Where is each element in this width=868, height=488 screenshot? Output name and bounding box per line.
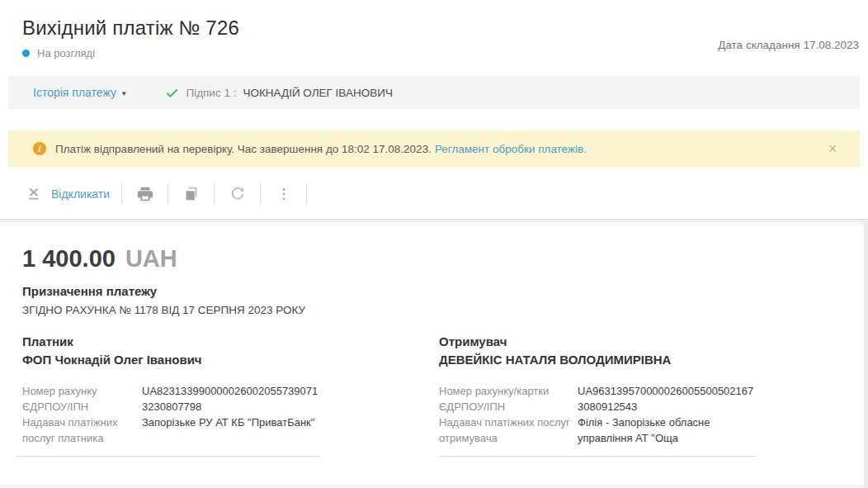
payer-bank-name: Запорізьке РУ АТ КБ "ПриватБанк" xyxy=(142,415,340,446)
refresh-button[interactable] xyxy=(215,180,260,208)
payer-section: Платник ФОП Чокнадій Олег Іванович Номер… xyxy=(22,334,439,457)
payer-detail-rows: Номер рахунку UA823133990000026002055739… xyxy=(22,383,439,446)
amount-row: 1 400.00 UAH xyxy=(22,245,846,272)
detail-label: Надавач платіжних послуг отримувача xyxy=(439,415,578,446)
signature-info: Підпис 1 : ЧОКНАДІЙ ОЛЕГ ІВАНОВИЧ xyxy=(165,86,392,100)
section-divider-shadow xyxy=(0,220,868,227)
detail-label: ЄДРПОУ/ІПН xyxy=(439,399,578,415)
detail-row: Надавач платіжних послуг отримувача Філі… xyxy=(439,415,846,446)
status-dot-icon xyxy=(22,50,30,57)
detail-label: ЄДРПОУ/ІПН xyxy=(22,399,142,415)
receiver-title: Отримувач xyxy=(439,334,846,348)
info-icon: i xyxy=(33,142,46,155)
banner-message-text: Платіж відправлений на перевірку. Час за… xyxy=(55,143,432,155)
copy-button[interactable] xyxy=(168,180,214,208)
detail-row: Номер рахунку/картки UA96313957000002600… xyxy=(439,383,846,399)
purpose-label: Призначення платежу xyxy=(22,284,846,298)
receiver-bank-name: Філія - Запорізьке обласне управління АТ… xyxy=(578,415,761,446)
detail-row: ЄДРПОУ/ІПН 3230807798 xyxy=(22,399,439,415)
detail-label: Номер рахунку/картки xyxy=(439,383,578,399)
print-button[interactable] xyxy=(122,180,167,208)
payer-divider xyxy=(17,456,320,457)
payer-tax-id: 3230807798 xyxy=(142,399,340,415)
detail-label: Номер рахунку xyxy=(22,383,142,399)
signature-name: ЧОКНАДІЙ ОЛЕГ ІВАНОВИЧ xyxy=(243,87,392,99)
kebab-menu-icon xyxy=(276,185,292,203)
copy-icon xyxy=(182,185,200,203)
actions-toolbar: Відкликати xyxy=(8,176,860,212)
history-signature-bar: Історія платежу ▾ Підпис 1 : ЧОКНАДІЙ ОЛ… xyxy=(8,76,860,109)
verification-warning-banner: i Платіж відправлений на перевірку. Час … xyxy=(8,130,860,167)
receiver-name: ДЕВЕЙКІС НАТАЛЯ ВОЛОДИМИРІВНА xyxy=(439,353,846,367)
page-title: Вихідний платіж № 726 xyxy=(22,17,846,40)
page-header: Вихідний платіж № 726 На розгляді Дата с… xyxy=(0,0,868,59)
revoke-x-icon xyxy=(27,187,42,201)
creation-date: Дата складання 17.08.2023 xyxy=(718,39,859,51)
receiver-divider xyxy=(439,456,757,457)
detail-row: Надавач платіжних послуг платника Запорі… xyxy=(22,415,439,446)
revoke-label: Відкликати xyxy=(51,187,110,201)
parties-columns: Платник ФОП Чокнадій Олег Іванович Номер… xyxy=(22,334,846,457)
receiver-account-number: UA963139570000026005500502167 xyxy=(578,383,761,399)
processing-rules-link[interactable]: Регламент обробки платежів. xyxy=(435,143,587,155)
payment-details: 1 400.00 UAH Призначення платежу ЗГІДНО … xyxy=(0,227,868,457)
checkmark-icon xyxy=(165,86,179,100)
scrollbar-track[interactable] xyxy=(864,221,868,488)
banner-message: Платіж відправлений на перевірку. Час за… xyxy=(55,143,587,155)
more-actions-button[interactable] xyxy=(261,180,306,208)
status-badge: На розгляді xyxy=(37,47,95,59)
payment-history-dropdown[interactable]: Історія платежу ▾ xyxy=(33,86,125,99)
payer-title: Платник xyxy=(22,334,439,348)
payer-account-number: UA823133990000026002055739071 xyxy=(142,383,340,399)
payment-history-label: Історія платежу xyxy=(33,86,116,99)
printer-icon xyxy=(136,185,154,203)
revoke-button[interactable]: Відкликати xyxy=(21,187,121,201)
payer-name: ФОП Чокнадій Олег Іванович xyxy=(22,353,439,367)
detail-row: Номер рахунку UA823133990000026002055739… xyxy=(22,383,439,399)
receiver-section: Отримувач ДЕВЕЙКІС НАТАЛЯ ВОЛОДИМИРІВНА … xyxy=(439,334,846,457)
chevron-down-icon: ▾ xyxy=(122,89,126,97)
refresh-icon xyxy=(229,185,247,203)
close-icon[interactable]: ✕ xyxy=(828,142,837,155)
page-bottom-edge xyxy=(0,485,868,488)
signature-label: Підпис 1 : xyxy=(186,87,236,99)
purpose-text: ЗГІДНО РАХУНКА № 1178 ВІД 17 СЕРПНЯ 2023… xyxy=(22,304,846,316)
receiver-detail-rows: Номер рахунку/картки UA96313957000002600… xyxy=(439,383,846,446)
payment-currency: UAH xyxy=(125,245,177,272)
detail-row: ЄДРПОУ/ІПН 3080912543 xyxy=(439,399,846,415)
toolbar-separator xyxy=(306,182,307,206)
detail-label: Надавач платіжних послуг платника xyxy=(22,415,142,446)
payment-amount: 1 400.00 xyxy=(22,245,116,272)
receiver-tax-id: 3080912543 xyxy=(578,399,761,415)
